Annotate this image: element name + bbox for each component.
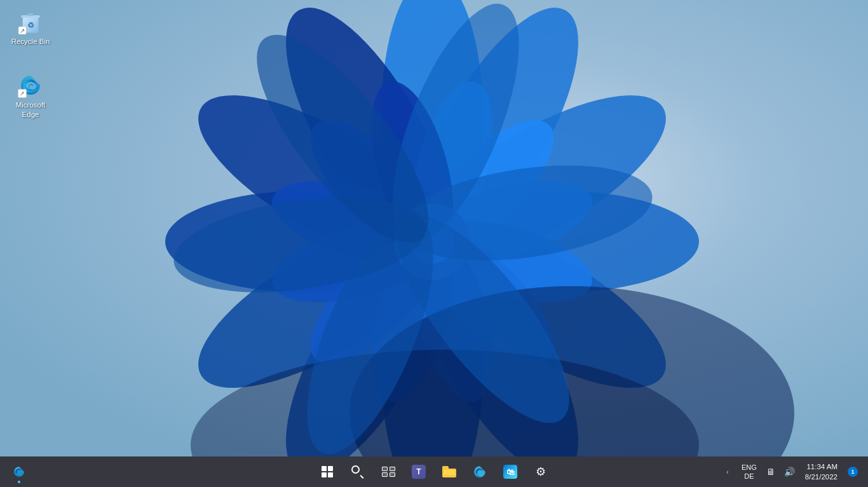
- teams-icon: T: [412, 465, 426, 479]
- clock-time: 11:34 AM: [806, 462, 837, 472]
- edge-desktop-image: ↗: [18, 72, 43, 98]
- file-explorer-button[interactable]: [435, 458, 463, 486]
- teams-button[interactable]: T: [405, 458, 433, 486]
- clock-date: 8/21/2022: [805, 472, 837, 482]
- desktop: ♻ ↗ Recycle Bin: [0, 0, 868, 456]
- taskbar-right: ‹ ENG DE 🖥 🔊 11:34 AM 8/21/2022 1: [720, 459, 868, 484]
- show-hidden-icons-button[interactable]: ‹: [720, 464, 735, 479]
- volume-button[interactable]: 🔊: [782, 464, 797, 479]
- edge-taskbar-icon: [473, 465, 487, 479]
- svg-text:♻: ♻: [27, 21, 34, 30]
- recycle-bin-label: Recycle Bin: [11, 37, 50, 46]
- store-button[interactable]: 🛍: [496, 458, 524, 486]
- folder-icon: [442, 466, 456, 477]
- settings-icon: ⚙: [536, 465, 546, 479]
- settings-taskbar-button[interactable]: ⚙: [527, 458, 555, 486]
- windows-logo-icon: [322, 466, 333, 477]
- notification-button[interactable]: 1: [845, 464, 860, 479]
- speaker-icon: 🔊: [784, 467, 795, 477]
- taskbar: T 🛍 ⚙: [0, 456, 868, 487]
- search-button[interactable]: [344, 458, 372, 486]
- notification-badge: 1: [848, 467, 858, 477]
- start-button[interactable]: [313, 458, 341, 486]
- taskview-icon: [382, 467, 395, 477]
- store-icon: 🛍: [503, 465, 517, 479]
- taskbar-center: T 🛍 ⚙: [313, 458, 555, 486]
- edge-desktop-label: Microsoft Edge: [8, 100, 53, 120]
- monitor-icon: 🖥: [766, 467, 775, 477]
- edge-taskbar-button[interactable]: [466, 458, 494, 486]
- taskbar-running-edge[interactable]: [5, 458, 33, 486]
- svg-text:↗: ↗: [20, 27, 25, 34]
- language-indicator[interactable]: ENG DE: [739, 460, 759, 484]
- taskview-button[interactable]: [374, 458, 402, 486]
- search-icon: [351, 465, 364, 478]
- display-settings-button[interactable]: 🖥: [763, 464, 778, 479]
- microsoft-edge-desktop-icon[interactable]: ↗ Microsoft Edge: [5, 70, 56, 122]
- language-line2: DE: [744, 472, 754, 481]
- svg-rect-38: [27, 13, 34, 16]
- recycle-bin-icon[interactable]: ♻ ↗ Recycle Bin: [5, 6, 56, 49]
- recycle-bin-image: ♻ ↗: [18, 9, 43, 34]
- clock-area[interactable]: 11:34 AM 8/21/2022: [801, 459, 841, 484]
- taskbar-left: [0, 458, 76, 486]
- language-line1: ENG: [742, 463, 757, 472]
